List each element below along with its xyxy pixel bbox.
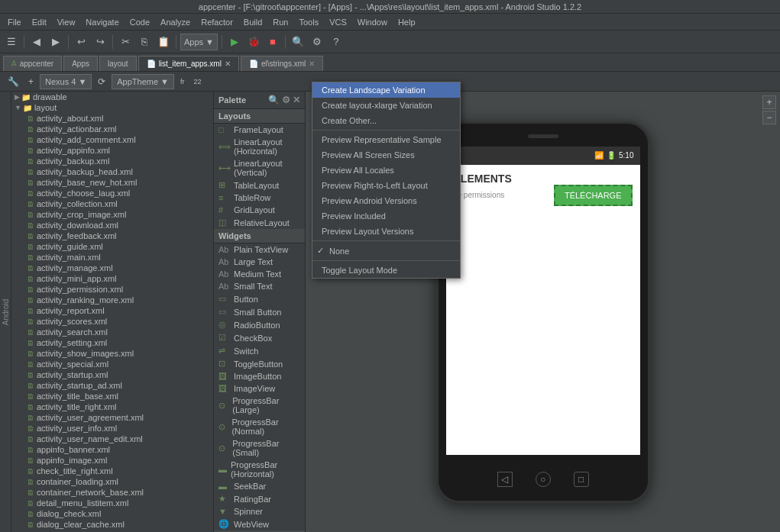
- palette-item-gridlayout[interactable]: # GridLayout: [214, 204, 305, 216]
- palette-item-relativelayout[interactable]: ◫ RelativeLayout: [214, 216, 305, 229]
- palette-item-large-text[interactable]: Ab Large Text: [214, 256, 305, 268]
- tree-item-dialog-check[interactable]: 🗎 dialog_check.xml: [11, 508, 213, 519]
- palette-item-progressbar-horizontal[interactable]: ▬ ProgressBar (Horizontal): [214, 459, 305, 480]
- tree-item-add-comment[interactable]: 🗎 activity_add_comment.xml: [11, 134, 213, 145]
- tree-item-container-network[interactable]: 🗎 container_network_base.xml: [11, 487, 213, 498]
- menu-file[interactable]: File: [3, 16, 26, 28]
- palette-item-medium-text[interactable]: Ab Medium Text: [214, 268, 305, 280]
- run-btn[interactable]: ▶: [226, 34, 243, 50]
- palette-item-checkbox[interactable]: ☑ CheckBox: [214, 331, 305, 344]
- tree-item-user-agreement[interactable]: 🗎 activity_user_agreement.xml: [11, 412, 213, 423]
- tree-item-download[interactable]: 🗎 activity_download.xml: [11, 220, 213, 231]
- tree-item-show-images[interactable]: 🗎 activity_show_images.xml: [11, 348, 213, 359]
- layout-toolbar-btn1[interactable]: 🔧: [5, 75, 22, 89]
- palette-item-imageview[interactable]: 🖼 ImageView: [214, 382, 305, 395]
- search-btn[interactable]: 🔍: [290, 34, 306, 50]
- palette-item-button[interactable]: ▭ Button: [214, 292, 305, 305]
- palette-item-seekbar[interactable]: ▬ SeekBar: [214, 480, 305, 492]
- menu-help[interactable]: Help: [393, 16, 420, 28]
- toolbar-cut-btn[interactable]: ✂: [117, 34, 134, 50]
- zoom-in-btn[interactable]: +: [762, 95, 776, 109]
- menu-tools[interactable]: Tools: [294, 16, 323, 28]
- settings-btn[interactable]: ⚙: [309, 34, 325, 50]
- tab-strings[interactable]: 📄 el\strings.xml ✕: [241, 56, 323, 71]
- locale-btn[interactable]: fr: [177, 76, 188, 87]
- tree-item-search[interactable]: 🗎 activity_search.xml: [11, 327, 213, 337]
- palette-search-icon[interactable]: 🔍: [268, 95, 280, 105]
- palette-item-small-text[interactable]: Ab Small Text: [214, 280, 305, 292]
- context-menu-preview-rep[interactable]: Preview Representative Sample: [312, 132, 460, 147]
- tree-item-main[interactable]: 🗎 activity_main.xml: [11, 252, 213, 263]
- context-menu-create-other[interactable]: Create Other...: [312, 113, 460, 128]
- tree-item-manage[interactable]: 🗎 activity_manage.xml: [11, 263, 213, 273]
- palette-item-togglebutton[interactable]: ⊡ ToggleButton: [214, 357, 305, 370]
- toolbar-menu-btn[interactable]: ☰: [3, 34, 20, 50]
- tab-appcenter[interactable]: A appcenter: [3, 56, 62, 71]
- tree-item-collection[interactable]: 🗎 activity_collection.xml: [11, 198, 213, 209]
- tab-res-layout[interactable]: layout: [99, 56, 137, 71]
- help-btn[interactable]: ?: [328, 34, 345, 50]
- phone-recents-btn[interactable]: □: [574, 472, 589, 487]
- tree-item-backup[interactable]: 🗎 activity_backup.xml: [11, 156, 213, 166]
- tree-item-activity-about[interactable]: 🗎 activity_about.xml: [11, 113, 213, 124]
- palette-item-tablerow[interactable]: ≡ TableRow: [214, 192, 305, 204]
- orientation-btn[interactable]: ⟳: [95, 75, 108, 89]
- phone-telecharge-btn[interactable]: TÉLÉCHARGE: [554, 185, 633, 206]
- apptheme-dropdown[interactable]: AppTheme ▼: [112, 74, 174, 89]
- palette-item-small-button[interactable]: ▭ Small Button: [214, 305, 305, 318]
- tree-item-mini-app[interactable]: 🗎 activity_mini_app.xml: [11, 273, 213, 284]
- context-menu-preview-included[interactable]: Preview Included: [312, 208, 460, 224]
- toolbar-undo-btn[interactable]: ↩: [73, 34, 89, 50]
- tab-close-icon[interactable]: ✕: [225, 60, 231, 68]
- tree-item-check-title-right[interactable]: 🗎 check_title_right.xml: [11, 466, 213, 476]
- palette-item-plain-textview[interactable]: Ab Plain TextView: [214, 243, 305, 256]
- phone-back-btn[interactable]: ◁: [497, 472, 513, 487]
- tree-item-choose-laug[interactable]: 🗎 activity_choose_laug.xml: [11, 188, 213, 198]
- zoom-out-btn[interactable]: −: [762, 111, 776, 124]
- menu-vcs[interactable]: VCS: [325, 16, 351, 28]
- tree-item-setting[interactable]: 🗎 activity_setting.xml: [11, 337, 213, 348]
- palette-section-layouts[interactable]: Layouts: [214, 109, 305, 124]
- nexus-dropdown[interactable]: Nexus 4 ▼: [40, 74, 92, 89]
- palette-item-ratingbar[interactable]: ★ RatingBar: [214, 492, 305, 505]
- tree-item-user-info[interactable]: 🗎 activity_user_info.xml: [11, 423, 213, 434]
- menu-run[interactable]: Run: [268, 16, 293, 28]
- toolbar-forward-btn[interactable]: ▶: [47, 34, 64, 50]
- tab-strings-close-icon[interactable]: ✕: [309, 60, 315, 68]
- context-menu-preview-layout-versions[interactable]: Preview Layout Versions: [312, 224, 460, 239]
- context-menu-create-xlarge[interactable]: Create layout-xlarge Variation: [312, 98, 460, 113]
- palette-settings-icon[interactable]: ⚙: [282, 95, 290, 105]
- context-menu-preview-all-sizes[interactable]: Preview All Screen Sizes: [312, 147, 460, 163]
- tree-item-report[interactable]: 🗎 activity_report.xml: [11, 305, 213, 316]
- palette-item-tablelayout[interactable]: ⊞ TableLayout: [214, 179, 305, 192]
- tree-item-scores[interactable]: 🗎 activity_scores.xml: [11, 316, 213, 327]
- tab-apps[interactable]: Apps: [63, 56, 98, 71]
- palette-item-framelayout[interactable]: □ FrameLayout: [214, 124, 305, 136]
- context-menu-toggle-layout-mode[interactable]: Toggle Layout Mode: [312, 263, 460, 278]
- tree-item-appinfo-banner[interactable]: 🗎 appinfo_banner.xml: [11, 444, 213, 455]
- tree-item-startup-ad[interactable]: 🗎 activity_startup_ad.xml: [11, 380, 213, 391]
- tab-list-item-apps[interactable]: 📄 list_item_apps.xml ✕: [138, 56, 239, 71]
- menu-navigate[interactable]: Navigate: [81, 16, 123, 28]
- tree-item-appinfo-image[interactable]: 🗎 appinfo_image.xml: [11, 455, 213, 466]
- tree-item-title-right[interactable]: 🗎 activity_title_right.xml: [11, 401, 213, 412]
- tree-item-layout[interactable]: ▼ 📁 layout: [11, 102, 213, 113]
- debug-btn[interactable]: 🐞: [245, 34, 262, 50]
- context-menu-preview-android-versions[interactable]: Preview Android Versions: [312, 193, 460, 208]
- tree-item-dialog-clear-cache[interactable]: 🗎 dialog_clear_cache.xml: [11, 519, 213, 530]
- tree-item-permission[interactable]: 🗎 activity_permission.xml: [11, 284, 213, 295]
- toolbar-back-btn[interactable]: ◀: [28, 34, 45, 50]
- toolbar-copy-btn[interactable]: ⎘: [136, 34, 153, 50]
- palette-item-imagebutton[interactable]: 🖼 ImageButton: [214, 370, 305, 382]
- tree-item-special[interactable]: 🗎 activity_special.xml: [11, 359, 213, 369]
- tree-item-backup-head[interactable]: 🗎 activity_backup_head.xml: [11, 166, 213, 177]
- tree-item-user-name-edit[interactable]: 🗎 activity_user_name_edit.xml: [11, 434, 213, 444]
- file-tree[interactable]: ▶ 📁 drawable ▼ 📁 layout 🗎 activity_about…: [11, 92, 214, 532]
- phone-home-btn[interactable]: ○: [536, 472, 551, 487]
- tree-item-actionbar[interactable]: 🗎 activity_actionbar.xml: [11, 124, 213, 134]
- tree-item-detail-menu[interactable]: 🗎 detail_menu_listitem.xml: [11, 498, 213, 508]
- tree-item-feedback[interactable]: 🗎 activity_feedback.xml: [11, 231, 213, 241]
- palette-item-radiobutton[interactable]: ◎ RadioButton: [214, 318, 305, 331]
- context-menu-preview-locales[interactable]: Preview All Locales: [312, 163, 460, 178]
- palette-item-linearlayout-v[interactable]: ⟷ LinearLayout (Vertical): [214, 157, 305, 179]
